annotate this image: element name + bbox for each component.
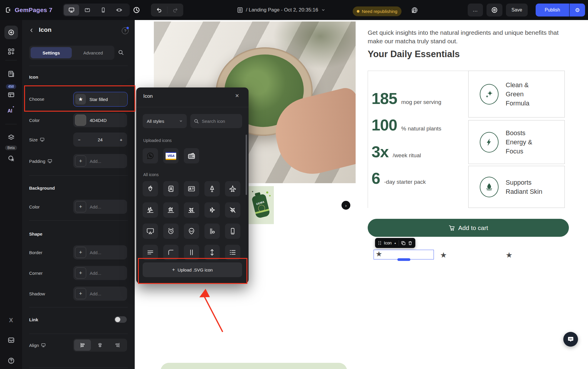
trash-icon[interactable] [408, 241, 412, 245]
device-mobile-icon[interactable] [96, 4, 111, 16]
color-picker-button[interactable]: 4D4D4D [73, 113, 127, 127]
size-decrease-button[interactable]: − [78, 137, 81, 142]
page-icon [237, 7, 243, 13]
more-options-button[interactable]: ... [468, 4, 483, 16]
shadow-label: Shadow [29, 287, 45, 301]
back-chevron-icon[interactable] [29, 28, 34, 33]
align-right-button[interactable] [109, 340, 126, 351]
breadcrumb[interactable]: / Landing Page - Oct 2, 20:35:16 [237, 0, 325, 20]
bg-color-add-button[interactable]: + Add... [73, 200, 127, 214]
selection-handle[interactable] [397, 258, 410, 261]
redo-icon[interactable] [167, 7, 183, 13]
size-value[interactable]: 24 [98, 137, 103, 142]
rail-interactions[interactable] [0, 155, 22, 162]
icon-cell-plane-arrival[interactable] [143, 202, 158, 218]
tab-advanced[interactable]: Advanced [72, 50, 114, 55]
save-label: Save [512, 7, 522, 13]
corner-label: Corner [29, 266, 43, 280]
stat-label: /week ritual [393, 152, 421, 159]
style-filter-select[interactable]: All styles [143, 114, 187, 128]
caret-up-icon[interactable]: ▲ [394, 242, 396, 244]
icon-cell-plane-slash[interactable] [225, 202, 240, 218]
uploaded-visa-icon[interactable]: VISA [163, 148, 179, 163]
product-thumbnail[interactable]: ✦ GEMA [249, 186, 274, 224]
next-arrow-glyph: › [345, 203, 347, 208]
corner-placeholder: Add... [90, 271, 101, 276]
align-left-button[interactable] [74, 340, 91, 351]
rail-help-icon[interactable] [0, 357, 22, 364]
rail-sections[interactable] [0, 48, 22, 55]
icon-cell-airplay[interactable] [143, 224, 158, 239]
icon-picker-popup: Icon ✕ All styles Uploaded icons VISA Al… [136, 87, 249, 284]
rail-pages[interactable] [0, 70, 22, 77]
stat-row: 100 % natural plants [372, 116, 441, 134]
device-responsive-icon[interactable] [111, 4, 127, 16]
history-icon[interactable] [133, 6, 140, 14]
stat-value: 185 [372, 89, 397, 107]
chevron-down-icon[interactable] [321, 8, 325, 12]
view-live-globe-icon[interactable] [411, 7, 418, 14]
rail-layers[interactable] [0, 134, 22, 141]
rail-x-logo[interactable]: X [0, 317, 22, 324]
gema-pouch: GEMA [251, 193, 271, 219]
link-toggle[interactable] [114, 316, 127, 323]
icon-cell-mobile[interactable] [225, 224, 240, 239]
icon-search-input[interactable] [201, 118, 238, 124]
icon-cell-address-card[interactable] [184, 181, 199, 196]
publish-settings-gear-icon[interactable]: ⚙ [569, 4, 585, 16]
close-icon[interactable]: ✕ [235, 93, 239, 99]
icon-cell-alien[interactable] [184, 224, 199, 239]
icon-cell-plane-side[interactable] [204, 202, 220, 218]
chat-launcher[interactable] [563, 332, 578, 347]
icon-search-field[interactable] [190, 114, 242, 128]
drag-handle-icon[interactable] [378, 241, 382, 245]
duplicate-icon[interactable] [401, 241, 406, 245]
shadow-add-button[interactable]: + Add... [73, 287, 127, 301]
padding-add-button[interactable]: + Add... [73, 154, 127, 168]
popup-scrollbar[interactable] [246, 135, 247, 195]
section-icon-label: Icon [29, 75, 38, 80]
star-icon[interactable]: ★ [506, 251, 512, 260]
add-to-cart-button[interactable]: Add to cart [368, 219, 569, 237]
rail-feedback-icon[interactable] [0, 337, 22, 344]
icon-cell-acorn[interactable] [143, 181, 158, 196]
icon-cell-plane-landing[interactable] [163, 202, 179, 218]
intro-paragraph: Get quick insights into the natural ingr… [368, 28, 572, 45]
publish-button[interactable]: Publish [536, 4, 569, 16]
device-tablet-icon[interactable] [80, 4, 95, 16]
uploaded-wallet-icon[interactable] [184, 148, 199, 163]
size-increase-button[interactable]: + [120, 137, 122, 142]
chat-icon [567, 336, 574, 343]
toolbar-divider [399, 240, 399, 246]
stat-row: 3x /week ritual [372, 143, 421, 161]
panel-help-icon[interactable]: ? [122, 27, 129, 34]
publish-label: Publish [545, 7, 560, 13]
element-toolbar-label: Icon [384, 241, 392, 245]
align-center-button[interactable] [91, 340, 108, 351]
style-filter-value: All styles [147, 119, 164, 124]
preview-eye-icon[interactable] [487, 4, 502, 16]
tab-settings[interactable]: Settings [31, 47, 72, 58]
border-label: Border [29, 245, 42, 259]
icon-cell-air-freshener[interactable] [204, 181, 220, 196]
gempages-logo[interactable]: GemPages 7 [15, 6, 52, 14]
carousel-next-button[interactable]: › [342, 201, 350, 210]
rail-templates[interactable] [0, 91, 22, 98]
icon-cell-address-book[interactable] [163, 181, 179, 196]
save-button[interactable]: Save [506, 4, 528, 16]
panel-search-icon[interactable] [118, 49, 124, 55]
icon-cell-alarm-clock[interactable] [163, 224, 179, 239]
corner-add-button[interactable]: + Add... [73, 266, 127, 280]
rail-add-element[interactable] [0, 26, 22, 39]
icon-cell-plane-takeoff[interactable] [184, 202, 199, 218]
exit-editor-icon[interactable] [5, 7, 11, 13]
selected-icon-element[interactable]: ★ [374, 250, 434, 259]
icon-cell-align-bars[interactable] [204, 224, 220, 239]
star-icon[interactable]: ★ [440, 251, 447, 260]
rail-ai[interactable]: AI✦ [0, 108, 22, 114]
undo-icon[interactable] [151, 7, 167, 13]
device-desktop-icon[interactable] [64, 4, 79, 16]
border-add-button[interactable]: + Add... [73, 245, 127, 259]
uploaded-whatsapp-icon[interactable] [143, 148, 158, 163]
icon-cell-plane[interactable] [225, 181, 240, 196]
